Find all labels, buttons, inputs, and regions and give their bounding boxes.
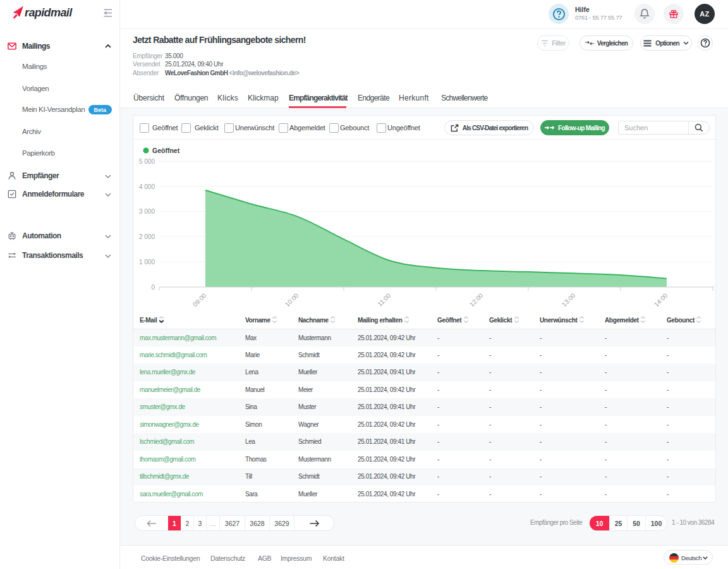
svg-text:Geöffnet: Geöffnet (152, 147, 180, 154)
svg-text:2 000: 2 000 (139, 233, 155, 240)
svg-text:5 000: 5 000 (139, 158, 155, 165)
svg-text:11:00: 11:00 (376, 291, 392, 307)
svg-text:09:00: 09:00 (191, 291, 208, 308)
svg-text:13:00: 13:00 (561, 291, 577, 308)
svg-text:1 000: 1 000 (139, 259, 155, 266)
svg-text:12:00: 12:00 (468, 291, 485, 308)
svg-text:14:00: 14:00 (653, 291, 669, 308)
svg-text:10:00: 10:00 (284, 291, 300, 308)
svg-text:0: 0 (151, 284, 155, 291)
svg-text:4 000: 4 000 (139, 183, 155, 190)
svg-text:3 000: 3 000 (139, 208, 155, 215)
